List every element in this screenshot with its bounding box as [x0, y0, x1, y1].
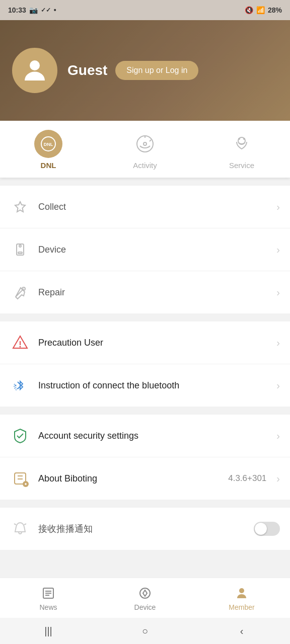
- battery-text: 28%: [268, 6, 282, 14]
- collect-label: Collect: [38, 202, 268, 212]
- svg-point-28: [239, 588, 244, 593]
- svg-point-0: [30, 60, 40, 70]
- recent-icon: |||: [44, 625, 52, 637]
- menu-section-1: Collect › Device › Repair ›: [0, 186, 290, 313]
- precaution-chevron: ›: [276, 337, 280, 349]
- status-left: 10:33 📷 ✓✓ •: [8, 6, 56, 14]
- svg-point-8: [238, 138, 240, 140]
- device-icon: [10, 239, 30, 260]
- notification-label: 接收推播通知: [38, 523, 246, 535]
- svg-point-17: [15, 385, 17, 386]
- security-label: Account security settings: [38, 431, 268, 441]
- tab-bar: DNL DNL Activity Ser: [0, 121, 290, 178]
- about-icon: [10, 468, 30, 489]
- bottom-nav: News Device Member: [0, 578, 290, 618]
- device-nav-icon: [137, 585, 153, 601]
- menu-item-bluetooth[interactable]: Instruction of connect the bluetooth ›: [0, 364, 290, 407]
- wifi-icon: 📶: [256, 6, 265, 14]
- device-chevron: ›: [276, 244, 280, 256]
- signup-button[interactable]: Sign up or Log in: [115, 61, 198, 80]
- svg-point-4: [143, 142, 147, 145]
- activity-icon: [135, 134, 155, 154]
- svg-point-16: [20, 346, 21, 348]
- repair-chevron: ›: [276, 287, 280, 298]
- tab-service[interactable]: Service: [193, 121, 290, 178]
- warning-icon: [10, 333, 30, 353]
- collect-icon: [10, 197, 30, 217]
- svg-point-9: [243, 138, 245, 140]
- menu-item-about[interactable]: About Biboting 4.3.6+301 ›: [0, 457, 290, 500]
- nav-device[interactable]: Device: [97, 581, 193, 615]
- android-nav: ||| ○ ‹: [0, 618, 290, 644]
- tab-activity[interactable]: Activity: [97, 121, 193, 178]
- android-recent-btn[interactable]: |||: [33, 621, 63, 641]
- android-back-btn[interactable]: ‹: [227, 621, 257, 641]
- dnl-icon-wrap: DNL: [34, 130, 62, 158]
- about-label: About Biboting: [38, 473, 220, 484]
- collect-chevron: ›: [276, 201, 280, 213]
- activity-icon-wrap: [131, 130, 159, 158]
- tab-service-label: Service: [229, 161, 254, 170]
- news-icon: [40, 585, 56, 601]
- shield-icon: [10, 426, 30, 446]
- menu-section-2: Precaution User › Instruction of connect…: [0, 321, 290, 407]
- nav-member-label: Member: [229, 603, 254, 611]
- nav-news[interactable]: News: [0, 581, 97, 615]
- bluetooth-icon: [10, 375, 30, 395]
- tab-dnl[interactable]: DNL DNL: [0, 121, 97, 178]
- svg-point-12: [19, 245, 21, 247]
- status-bar: 10:33 📷 ✓✓ • 🔇 📶 28%: [0, 0, 290, 20]
- android-home-btn[interactable]: ○: [130, 621, 160, 641]
- toggle-knob: [255, 523, 267, 535]
- profile-name: Guest: [67, 62, 107, 78]
- nav-member[interactable]: Member: [193, 581, 290, 615]
- menu-section-4: 接收推播通知: [0, 508, 290, 550]
- nav-news-label: News: [39, 603, 57, 611]
- nav-device-label: Device: [134, 603, 156, 611]
- dot-icon: •: [54, 6, 56, 14]
- mute-icon: 🔇: [245, 6, 253, 14]
- status-right: 🔇 📶 28%: [245, 6, 282, 14]
- precaution-label: Precaution User: [38, 338, 268, 348]
- svg-line-21: [24, 524, 26, 525]
- camera-icon: 📷: [29, 6, 38, 14]
- menu-item-notification[interactable]: 接收推播通知: [0, 508, 290, 550]
- security-chevron: ›: [276, 430, 280, 442]
- service-icon-wrap: [228, 130, 256, 158]
- repair-icon: [10, 282, 30, 302]
- menu-item-repair[interactable]: Repair ›: [0, 271, 290, 313]
- svg-text:DNL: DNL: [44, 142, 53, 147]
- device-label: Device: [38, 245, 268, 255]
- about-chevron: ›: [276, 473, 280, 485]
- profile-header: Guest Sign up or Log in: [0, 20, 290, 121]
- menu-item-collect[interactable]: Collect ›: [0, 186, 290, 228]
- dnl-icon: DNL: [40, 136, 56, 152]
- repair-label: Repair: [38, 287, 268, 298]
- about-version: 4.3.6+301: [228, 473, 266, 484]
- notification-toggle[interactable]: [254, 522, 280, 536]
- menu-item-device[interactable]: Device ›: [0, 228, 290, 271]
- download-icon: ✓✓: [41, 7, 51, 14]
- bluetooth-label: Instruction of connect the bluetooth: [38, 380, 268, 391]
- back-icon: ‹: [240, 625, 244, 637]
- tab-dnl-label: DNL: [41, 161, 56, 170]
- bluetooth-chevron: ›: [276, 380, 280, 391]
- user-icon: [20, 55, 50, 86]
- svg-line-6: [150, 140, 151, 141]
- profile-info: Guest Sign up or Log in: [67, 61, 278, 80]
- svg-point-3: [137, 136, 153, 152]
- tab-activity-label: Activity: [133, 161, 157, 170]
- svg-marker-27: [143, 590, 147, 596]
- time: 10:33: [8, 6, 26, 14]
- service-icon: [232, 134, 252, 154]
- menu-section-3: Account security settings › About Biboti…: [0, 415, 290, 500]
- bell-icon: [10, 519, 30, 539]
- svg-rect-11: [18, 252, 22, 254]
- member-nav-icon: [234, 585, 250, 601]
- home-icon: ○: [142, 625, 148, 637]
- avatar: [12, 48, 57, 93]
- menu-item-precaution[interactable]: Precaution User ›: [0, 321, 290, 364]
- svg-line-20: [14, 524, 16, 525]
- menu-item-security[interactable]: Account security settings ›: [0, 415, 290, 457]
